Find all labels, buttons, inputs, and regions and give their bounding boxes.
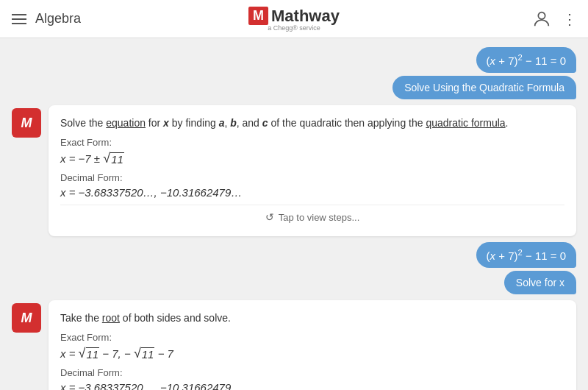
bot-response-2: M Take the root of both sides and solve.…	[12, 300, 576, 390]
exact-form-label-2: Exact Form:	[60, 332, 564, 343]
decimal-value-2: x = −3.68337520…, −10.31662479…	[60, 381, 564, 390]
root-link[interactable]: root	[102, 312, 120, 324]
bot-card-1: Solve the equation for x by finding a, b…	[49, 105, 576, 236]
svg-point-0	[538, 12, 545, 18]
tap-steps-button[interactable]: ↺ Tap to view steps...	[60, 205, 564, 229]
bot-avatar-2: M	[12, 303, 41, 333]
refresh-icon: ↺	[265, 211, 274, 223]
user-action-1[interactable]: Solve Using the Quadratic Formula	[392, 76, 576, 99]
user-icon[interactable]	[531, 9, 552, 29]
bot-intro-1: Solve the equation for x by finding a, b…	[60, 116, 564, 131]
decimal-value-1: x = −3.68337520…, −10.31662479…	[60, 186, 564, 199]
quadratic-formula-link[interactable]: quadratic formula	[426, 117, 505, 129]
logo: M Mathway a Chegg® service	[248, 7, 340, 32]
user-action-2[interactable]: Solve for x	[504, 271, 576, 294]
user-equation-1: (x + 7)2 − 11 = 0	[476, 47, 576, 73]
exact-value-1: x = −7 ± √11	[60, 151, 564, 166]
logo-sub: a Chegg® service	[268, 24, 320, 32]
more-options-icon[interactable]: ⋮	[562, 10, 576, 28]
bot-card-2: Take the root of both sides and solve. E…	[49, 300, 576, 390]
tap-steps-label: Tap to view steps...	[279, 212, 360, 223]
logo-m-icon: M	[248, 7, 268, 25]
section-title: Algebra	[35, 11, 81, 26]
logo-box: M Mathway	[248, 7, 340, 26]
user-message-1: (x + 7)2 − 11 = 0 Solve Using the Quadra…	[12, 47, 576, 99]
header-left: Algebra	[12, 11, 81, 26]
user-action-label-1: Solve Using the Quadratic Formula	[404, 82, 564, 93]
chat-area: (x + 7)2 − 11 = 0 Solve Using the Quadra…	[0, 38, 588, 390]
app-header: Algebra M Mathway a Chegg® service ⋮	[0, 0, 588, 38]
bot-avatar-1: M	[12, 108, 41, 138]
user-message-2: (x + 7)2 − 11 = 0 Solve for x	[12, 242, 576, 294]
bot-avatar-icon-2: M	[21, 311, 32, 326]
exact-value-2: x = √11 − 7, − √11 − 7	[60, 346, 564, 361]
hamburger-menu-icon[interactable]	[12, 14, 26, 24]
bot-intro-2: Take the root of both sides and solve.	[60, 311, 564, 326]
header-right: ⋮	[531, 9, 576, 29]
decimal-form-label-2: Decimal Form:	[60, 367, 564, 378]
user-equation-2: (x + 7)2 − 11 = 0	[476, 242, 576, 268]
equation-link[interactable]: equation	[106, 117, 146, 129]
decimal-form-label-1: Decimal Form:	[60, 172, 564, 183]
logo-name: Mathway	[271, 7, 340, 26]
user-action-label-2: Solve for x	[516, 277, 564, 288]
exact-form-label-1: Exact Form:	[60, 137, 564, 148]
bot-response-1: M Solve the equation for x by finding a,…	[12, 105, 576, 236]
bot-avatar-icon: M	[21, 116, 32, 131]
